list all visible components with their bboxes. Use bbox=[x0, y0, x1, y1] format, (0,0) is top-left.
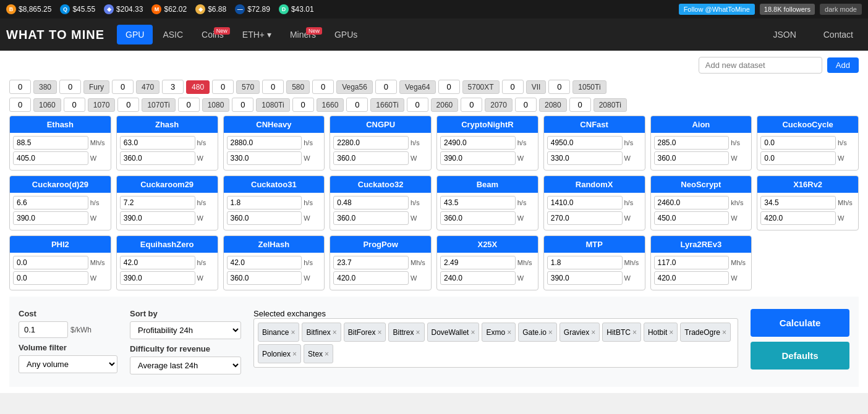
algo-power-input[interactable] bbox=[547, 151, 623, 165]
gpu-count-input[interactable] bbox=[64, 98, 85, 112]
exchange-tag-remove[interactable]: × bbox=[325, 350, 329, 358]
algo-hashrate-input[interactable] bbox=[120, 256, 195, 269]
nav-coins[interactable]: Coins New bbox=[193, 25, 232, 44]
algo-power-input[interactable] bbox=[333, 151, 409, 165]
gpu-count-input[interactable] bbox=[312, 80, 334, 94]
gpu-label[interactable]: Vega64 bbox=[399, 80, 436, 94]
sort-select[interactable]: Profitability 24h Profitability 72h Reve… bbox=[130, 321, 241, 339]
algo-hashrate-input[interactable] bbox=[13, 136, 88, 150]
exchange-tag-remove[interactable]: × bbox=[377, 328, 381, 337]
gpu-count-input[interactable] bbox=[502, 80, 524, 94]
algo-hashrate-input[interactable] bbox=[227, 196, 302, 209]
algo-hashrate-input[interactable] bbox=[440, 256, 516, 269]
algo-power-input[interactable] bbox=[654, 211, 730, 225]
gpu-count-input[interactable] bbox=[375, 80, 397, 94]
gpu-label[interactable]: 380 bbox=[33, 80, 57, 94]
gpu-label[interactable]: 1080 bbox=[202, 98, 230, 112]
exchange-tag-remove[interactable]: × bbox=[548, 328, 553, 337]
gpu-label[interactable]: VII bbox=[526, 80, 547, 94]
algo-header[interactable]: Cuckatoo31 bbox=[224, 176, 325, 193]
gpu-count-input[interactable] bbox=[346, 98, 368, 112]
gpu-count-input[interactable] bbox=[438, 80, 460, 94]
algo-power-input[interactable] bbox=[120, 211, 195, 225]
algo-header[interactable]: ZelHash bbox=[224, 236, 325, 253]
gpu-label[interactable]: 480 bbox=[186, 80, 210, 94]
algo-power-input[interactable] bbox=[333, 271, 409, 285]
algo-header[interactable]: Beam bbox=[437, 176, 538, 193]
exchange-tag-remove[interactable]: × bbox=[722, 328, 726, 337]
exchange-tag-remove[interactable]: × bbox=[415, 328, 420, 337]
algo-header[interactable]: ProgPow bbox=[330, 236, 431, 253]
exchange-tag-remove[interactable]: × bbox=[632, 328, 637, 337]
algo-hashrate-input[interactable] bbox=[440, 136, 516, 150]
gpu-count-input[interactable] bbox=[461, 98, 482, 112]
gpu-count-input[interactable] bbox=[9, 98, 31, 112]
gpu-label[interactable]: 470 bbox=[136, 80, 160, 94]
algo-power-input[interactable] bbox=[120, 271, 195, 285]
algo-hashrate-input[interactable] bbox=[333, 256, 409, 269]
gpu-label[interactable]: 1060 bbox=[33, 98, 61, 112]
gpu-count-input[interactable] bbox=[292, 98, 314, 112]
algo-hashrate-input[interactable] bbox=[760, 136, 836, 150]
gpu-count-input[interactable] bbox=[112, 80, 134, 94]
algo-header[interactable]: Lyra2REv3 bbox=[651, 236, 752, 253]
add-dataset-button[interactable]: Add bbox=[827, 57, 859, 73]
exchange-tag-remove[interactable]: × bbox=[507, 328, 511, 337]
algo-header[interactable]: CryptoNightR bbox=[437, 116, 538, 133]
algo-hashrate-input[interactable] bbox=[654, 136, 730, 150]
gpu-count-input[interactable] bbox=[162, 80, 184, 94]
exchange-tag-remove[interactable]: × bbox=[292, 350, 297, 358]
gpu-count-input[interactable] bbox=[178, 98, 200, 112]
nav-gpus[interactable]: GPUs bbox=[326, 25, 366, 44]
nav-contact[interactable]: Contact bbox=[815, 25, 862, 44]
algo-power-input[interactable] bbox=[120, 151, 195, 165]
gpu-label[interactable]: 5700XT bbox=[462, 80, 500, 94]
algo-power-input[interactable] bbox=[547, 211, 623, 225]
gpu-label[interactable]: 2080Ti bbox=[594, 98, 627, 112]
algo-hashrate-input[interactable] bbox=[440, 196, 516, 209]
algo-header[interactable]: Aion bbox=[651, 116, 752, 133]
exchange-tag-remove[interactable]: × bbox=[291, 328, 295, 337]
algo-hashrate-input[interactable] bbox=[13, 196, 88, 209]
cost-input[interactable] bbox=[19, 321, 68, 338]
algo-header[interactable]: CNGPU bbox=[330, 116, 431, 133]
gpu-label[interactable]: 1080Ti bbox=[256, 98, 289, 112]
algo-header[interactable]: X16Rv2 bbox=[757, 176, 858, 193]
algo-hashrate-input[interactable] bbox=[333, 136, 409, 150]
algo-hashrate-input[interactable] bbox=[547, 256, 623, 269]
algo-power-input[interactable] bbox=[654, 271, 730, 285]
algo-header[interactable]: X25X bbox=[437, 236, 538, 253]
defaults-button[interactable]: Defaults bbox=[751, 342, 849, 370]
algo-power-input[interactable] bbox=[13, 151, 88, 165]
algo-hashrate-input[interactable] bbox=[13, 256, 88, 269]
algo-power-input[interactable] bbox=[440, 271, 516, 285]
algo-header[interactable]: CNHeavy bbox=[224, 116, 325, 133]
algo-header[interactable]: PHI2 bbox=[10, 236, 111, 253]
algo-hashrate-input[interactable] bbox=[120, 136, 195, 150]
algo-header[interactable]: RandomX bbox=[544, 176, 645, 193]
gpu-count-input[interactable] bbox=[262, 80, 284, 94]
gpu-count-input[interactable] bbox=[569, 98, 591, 112]
algo-header[interactable]: Zhash bbox=[117, 116, 218, 133]
algo-header[interactable]: Ethash bbox=[10, 116, 111, 133]
algo-header[interactable]: MTP bbox=[544, 236, 645, 253]
gpu-label[interactable]: Vega56 bbox=[336, 80, 373, 94]
algo-header[interactable]: CuckooCycle bbox=[757, 116, 858, 133]
algo-hashrate-input[interactable] bbox=[760, 196, 836, 209]
algo-header[interactable]: NeoScrypt bbox=[651, 176, 752, 193]
algo-power-input[interactable] bbox=[13, 271, 88, 285]
gpu-count-input[interactable] bbox=[232, 98, 253, 112]
gpu-label[interactable]: 570 bbox=[236, 80, 260, 94]
algo-hashrate-input[interactable] bbox=[654, 196, 730, 209]
algo-power-input[interactable] bbox=[547, 271, 623, 285]
difficulty-select[interactable]: Average last 24h Current Average last 7d bbox=[130, 357, 241, 374]
algo-power-input[interactable] bbox=[227, 211, 302, 225]
gpu-count-input[interactable] bbox=[59, 80, 81, 94]
algo-header[interactable]: Cuckatoo32 bbox=[330, 176, 431, 193]
nav-json[interactable]: JSON bbox=[764, 25, 804, 44]
nav-asic[interactable]: ASIC bbox=[154, 25, 192, 44]
gpu-count-input[interactable] bbox=[407, 98, 428, 112]
algo-power-input[interactable] bbox=[760, 211, 836, 225]
gpu-count-input[interactable] bbox=[548, 80, 570, 94]
algo-power-input[interactable] bbox=[13, 211, 88, 225]
